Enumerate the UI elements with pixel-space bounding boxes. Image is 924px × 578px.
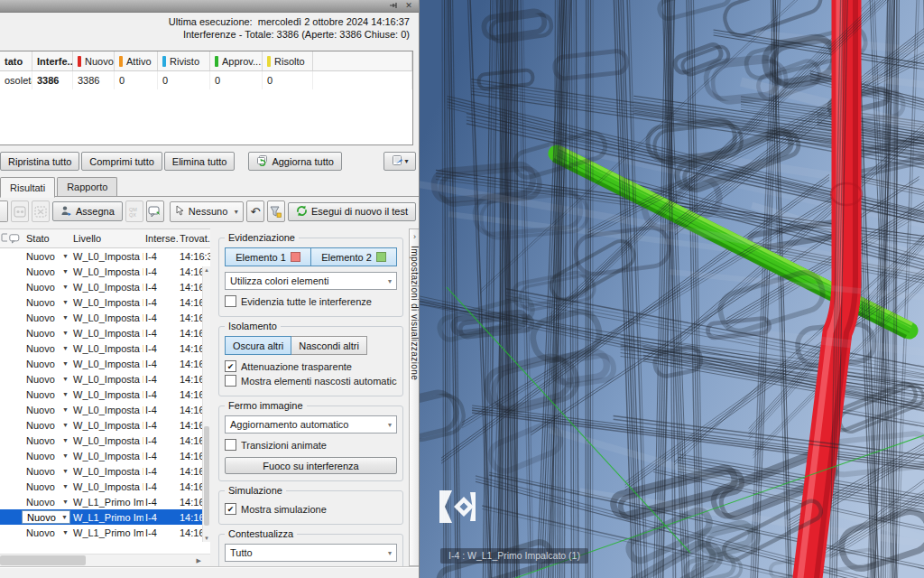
table-row[interactable]: Nuovo▼W_L1_Primo Im...I-414:16:3 <box>0 525 210 540</box>
elemento1-toggle-button[interactable]: Elemento 1 <box>225 247 311 266</box>
tab-risultati[interactable]: Risultati <box>0 177 55 198</box>
filter-add-icon-button[interactable] <box>267 200 285 222</box>
summary-column-header[interactable]: Nuovo <box>73 51 115 70</box>
highlight-mode-dropdown[interactable]: Utilizza colori elementi ▾ <box>225 272 397 290</box>
table-row[interactable]: Nuovo▼W_L0_Imposta P...I-414:16:3 <box>0 356 210 371</box>
row-status-dropdown[interactable]: Nuovo▼ <box>22 343 70 354</box>
checkbox[interactable] <box>225 503 236 515</box>
row-status-dropdown[interactable]: Nuovo▼ <box>22 527 70 538</box>
mostra-nascosti-checkbox-row[interactable]: Mostra elementi nascosti automaticamente <box>225 375 397 387</box>
pin-icon[interactable] <box>388 2 397 11</box>
clash-detective-panel: ✕ Ultima esecuzione: mercoledì 2 ottobre… <box>0 0 420 578</box>
row-status-dropdown[interactable]: Nuovo▼ <box>22 435 70 446</box>
ungroup-clashes-icon-button[interactable] <box>32 200 50 222</box>
row-status-dropdown[interactable]: Nuovo▼ <box>22 266 70 277</box>
scroll-up-icon[interactable]: ▲ <box>204 267 209 273</box>
row-status-dropdown[interactable]: Nuovo▼ <box>22 405 70 415</box>
row-status-dropdown[interactable]: Nuovo▼ <box>22 328 70 339</box>
mostra-simulazione-checkbox-row[interactable]: Mostra simulazione <box>225 503 397 515</box>
display-settings-collapsed-bar[interactable]: › Impostazioni di visualizzazione <box>409 228 419 566</box>
vertical-scrollbar[interactable]: ▲ ▼ <box>202 266 210 542</box>
summary-table-row[interactable]: osoleta338633860000 <box>0 71 412 89</box>
table-row[interactable]: Nuovo▼W_L0_Imposta P...I-414:16:3 <box>0 387 210 402</box>
fuoco-su-interferenza-button[interactable]: Fuoco su interferenza <box>225 457 397 474</box>
scrollbar-thumb[interactable] <box>204 426 209 526</box>
summary-column-header[interactable]: Risolto <box>263 51 313 70</box>
checkbox[interactable] <box>225 439 236 451</box>
row-status-dropdown[interactable]: Nuovo▼ <box>22 510 70 524</box>
row-status-dropdown[interactable]: Nuovo▼ <box>22 374 70 385</box>
checkbox[interactable] <box>225 295 236 307</box>
horizontal-scrollbar[interactable]: ▶ <box>0 554 210 566</box>
viewpoint-update-dropdown[interactable]: Aggiornamento automatico ▾ <box>225 415 397 434</box>
table-row[interactable]: Nuovo▼W_L0_Imposta P...I-414:16:3 <box>0 264 210 279</box>
undo-icon-button[interactable]: ↶ <box>246 200 264 222</box>
scroll-down-icon[interactable]: ▼ <box>204 536 209 541</box>
evidenzia-tutte-checkbox-row[interactable]: Evidenzia tutte le interferenze <box>225 295 397 307</box>
3d-viewport-canvas[interactable] <box>420 0 924 578</box>
filter-mode-dropdown[interactable]: Nessuno ▾ <box>170 201 244 222</box>
summary-column-header[interactable]: Rivisto <box>158 51 210 70</box>
summary-column-header[interactable]: Interfe... <box>32 51 73 70</box>
summary-column-header[interactable]: Approv... <box>210 51 263 70</box>
row-status-dropdown[interactable]: Nuovo▼ <box>22 359 70 369</box>
table-row[interactable]: Nuovo▼W_L0_Imposta P...I-414:16:3 <box>0 371 210 387</box>
column-header-livello[interactable]: Livello <box>70 233 143 244</box>
row-status-dropdown[interactable]: Nuovo▼ <box>22 282 70 293</box>
table-row[interactable]: Nuovo▼W_L0_Imposta P...I-414:16:3 <box>0 340 210 356</box>
table-row[interactable]: Nuovo▼W_L1_Primo Im...I-414:16:3 <box>0 494 210 509</box>
column-header-trovato[interactable]: Trovat... <box>178 233 210 244</box>
scrollbar-thumb[interactable] <box>0 555 86 565</box>
row-grid: I-4 <box>143 497 178 508</box>
row-status-dropdown[interactable]: Nuovo▼ <box>22 466 70 477</box>
row-status-dropdown[interactable]: Nuovo▼ <box>22 389 70 400</box>
column-header-stato[interactable]: Stato <box>22 233 70 244</box>
table-row[interactable]: Nuovo▼W_L0_Imposta P...I-414:16:3 <box>0 325 210 340</box>
export-report-split-button[interactable]: ▾ <box>383 152 416 171</box>
table-row[interactable]: Nuovo▼W_L0_Imposta P...I-414:16:3 <box>0 463 210 479</box>
row-status-dropdown[interactable]: Nuovo▼ <box>22 497 70 508</box>
comprimi-tutto-button[interactable]: Comprimi tutto <box>81 152 162 171</box>
nascondi-altri-button[interactable]: Nascondi altri <box>291 336 367 355</box>
elemento2-toggle-button[interactable]: Elemento 2 <box>311 247 397 266</box>
aggiorna-tutto-button[interactable]: Aggiorna tutto <box>248 152 342 171</box>
checkbox[interactable] <box>225 360 236 372</box>
comment-icon-button[interactable] <box>146 200 164 222</box>
row-status-dropdown[interactable]: Nuovo▼ <box>22 297 70 308</box>
row-status-dropdown[interactable]: Nuovo▼ <box>22 451 70 461</box>
ripristina-tutto-button[interactable]: Ripristina tutto <box>0 152 79 171</box>
group-clashes-icon-button[interactable] <box>11 200 29 222</box>
summary-column-header[interactable]: Attivo <box>115 51 158 70</box>
tab-rapporto[interactable]: Rapporto <box>57 177 117 196</box>
table-row[interactable]: Nuovo▼W_L0_Imposta P...I-414:16:3 <box>0 448 210 463</box>
checkbox[interactable] <box>225 375 236 387</box>
table-row[interactable]: Nuovo▼W_L0_Imposta P...I-414:16:3 <box>0 310 210 325</box>
transizioni-checkbox-row[interactable]: Transizioni animate <box>225 439 397 451</box>
attenuazione-checkbox-row[interactable]: Attenuazione trasparente <box>225 360 397 372</box>
table-row[interactable]: Nuovo▼W_L0_Imposta P...I-414:16:3 <box>0 402 210 417</box>
table-row[interactable]: Nuovo▼W_L0_Imposta P...I-414:16:3 <box>0 248 210 264</box>
close-icon[interactable]: ✕ <box>404 2 413 11</box>
table-row[interactable]: Nuovo▼W_L0_Imposta P...I-414:16:3 <box>0 479 210 494</box>
rerun-test-button[interactable]: Esegui di nuovo il test <box>288 202 416 221</box>
table-row[interactable]: Nuovo▼W_L0_Imposta P...I-414:16:3 <box>0 279 210 294</box>
table-row[interactable]: Nuovo▼W_L0_Imposta P...I-414:16:3 <box>0 417 210 433</box>
clipped-toolbar-button[interactable] <box>0 200 8 222</box>
table-row[interactable]: Nuovo▼W_L0_Imposta P...I-414:16:3 <box>0 433 210 448</box>
row-status-dropdown[interactable]: Nuovo▼ <box>22 251 70 262</box>
table-row[interactable]: Nuovo▼W_L0_Imposta P...I-414:16:3 <box>0 294 210 310</box>
panel-titlebar[interactable]: ✕ <box>0 0 419 13</box>
column-header-intersezione[interactable]: Interse... <box>143 233 178 244</box>
oscura-altri-button[interactable]: Oscura altri <box>225 336 291 355</box>
contestualizza-dropdown[interactable]: Tutto ▾ <box>225 544 397 562</box>
row-grid: I-4 <box>143 282 178 293</box>
row-status-dropdown[interactable]: Nuovo▼ <box>22 420 70 431</box>
elimina-tutto-button[interactable]: Elimina tutto <box>164 152 236 171</box>
scroll-right-icon[interactable]: ▶ <box>197 557 201 564</box>
row-status-dropdown[interactable]: Nuovo▼ <box>22 481 70 492</box>
table-row[interactable]: Nuovo▼W_L1_Primo Im...I-414:16:3 <box>0 509 210 525</box>
row-status-dropdown[interactable]: Nuovo▼ <box>22 312 70 323</box>
unassign-icon-button[interactable]: QMQX <box>125 200 143 222</box>
summary-column-header[interactable]: tato <box>0 51 32 70</box>
assegna-button[interactable]: Assegna <box>52 201 123 221</box>
